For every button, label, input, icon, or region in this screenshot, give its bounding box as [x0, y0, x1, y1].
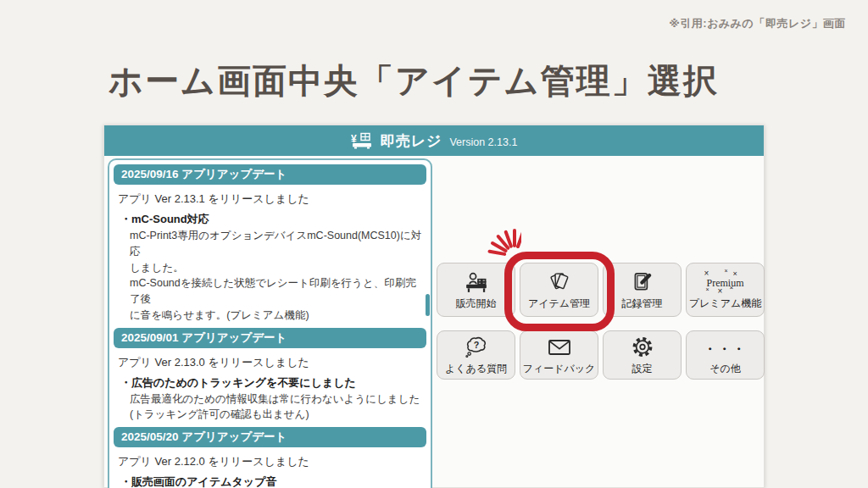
- update-date-header: 2025/05/20 アプリアップデート: [114, 427, 426, 447]
- update-item-line: mC-Soundを接続した状態でレシート印刷を行うと、印刷完了後: [130, 275, 424, 308]
- button-item-management[interactable]: アイテム管理: [520, 263, 598, 317]
- svg-text:¥: ¥: [351, 133, 357, 145]
- svg-text:?: ?: [473, 340, 479, 350]
- button-label: アイテム管理: [528, 297, 590, 311]
- button-sales-start[interactable]: 販売開始: [437, 263, 515, 317]
- update-item-line: mC-Print3専用のオプションデバイスmC-Sound(MCS10)に対応: [130, 228, 424, 260]
- envelope-icon: [546, 335, 573, 360]
- button-label: よくある質問: [445, 362, 507, 376]
- button-settings[interactable]: 設定: [603, 330, 682, 380]
- release-note: アプリ Ver 2.13.0 をリリースしました: [118, 355, 422, 370]
- update-item-title: ・mC-Sound対応: [120, 212, 422, 227]
- update-item-line: に音を鳴らせます。(プレミアム機能): [130, 308, 424, 324]
- button-record-management[interactable]: 記録管理: [603, 263, 682, 317]
- cards-icon: [542, 269, 576, 295]
- button-label: 販売開始: [456, 297, 497, 311]
- emphasis-rays-icon: [467, 207, 521, 259]
- button-premium-features[interactable]: × × × × × × Premium プレミアム機能: [686, 263, 765, 317]
- update-section: 2025/09/01 アプリアップデート アプリ Ver 2.13.0 をリリー…: [109, 328, 431, 424]
- button-label: その他: [709, 362, 741, 376]
- update-date-header: 2025/09/16 アプリアップデート: [114, 164, 426, 185]
- button-label: 記録管理: [622, 297, 663, 311]
- app-window: ¥ 即売レジ Version 2.13.1 2025/09/16 アプリアップデ…: [103, 125, 765, 488]
- button-other[interactable]: ・・・ その他: [686, 330, 765, 380]
- page-title: ホーム画面中央「アイテム管理」選択: [108, 58, 719, 104]
- update-item-title: ・広告のためのトラッキングを不要にしました: [120, 375, 422, 391]
- button-feedback[interactable]: フィードバック: [520, 330, 598, 380]
- question-bubble-icon: ?: [464, 335, 489, 360]
- scrollbar-thumb[interactable]: [426, 294, 430, 316]
- update-item-line: しました。: [130, 260, 424, 276]
- update-section: 2025/05/20 アプリアップデート アプリ Ver 2.12.0 をリリー…: [109, 427, 431, 488]
- premium-sparkles-icon: × × × × × × Premium: [696, 269, 755, 295]
- gear-icon: [631, 335, 654, 360]
- update-notes-panel: 2025/09/16 アプリアップデート アプリ Ver 2.13.1 をリリー…: [108, 158, 432, 488]
- page: ※引用:おみみの「即売レジ」画面 ホーム画面中央「アイテム管理」選択 ¥ 即売レ…: [0, 0, 868, 488]
- update-item-line: 広告最適化のための情報収集は常に行わないようにしました: [130, 391, 424, 408]
- update-item-title: ・販売画面のアイテムタップ音: [120, 474, 422, 488]
- app-header: ¥ 即売レジ Version 2.13.1: [104, 125, 764, 156]
- home-button-grid: 販売開始 アイテム管理: [437, 263, 765, 380]
- release-note: アプリ Ver 2.12.0 をリリースしました: [118, 454, 422, 469]
- release-note: アプリ Ver 2.13.1 をリリースしました: [118, 191, 422, 207]
- attribution-note: ※引用:おみみの「即売レジ」画面: [669, 16, 846, 31]
- update-date-header: 2025/09/01 アプリアップデート: [114, 328, 426, 348]
- button-faq[interactable]: ? よくある質問: [437, 330, 515, 380]
- update-item-line: (トラッキング許可の確認も出ません): [130, 407, 424, 423]
- ellipsis-icon: ・・・: [704, 335, 747, 360]
- button-label: プレミアム機能: [689, 297, 761, 311]
- app-title: 即売レジ: [381, 131, 442, 151]
- cash-register-icon: ¥: [351, 132, 373, 149]
- app-version: Version 2.13.1: [449, 136, 517, 148]
- clipboard-pencil-icon: [630, 269, 655, 295]
- register-icon: [464, 269, 489, 295]
- premium-word: Premium: [696, 277, 755, 290]
- update-section: 2025/09/16 アプリアップデート アプリ Ver 2.13.1 をリリー…: [109, 164, 431, 324]
- button-label: フィードバック: [523, 362, 596, 376]
- button-label: 設定: [632, 362, 653, 376]
